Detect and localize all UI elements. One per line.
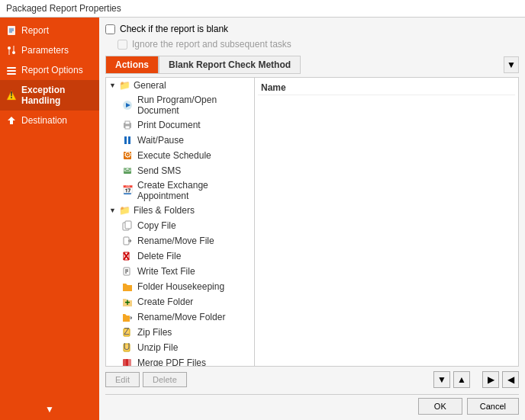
list-item[interactable]: + Create Folder — [106, 294, 254, 309]
list-item[interactable]: Rename/Move File — [106, 233, 254, 248]
content-area: Check if the report is blank Ignore the … — [99, 18, 525, 420]
ok-button[interactable]: OK — [418, 398, 462, 415]
svg-point-4 — [8, 46, 11, 50]
list-item[interactable]: U Unzip File — [106, 340, 254, 355]
list-item[interactable]: Run Program/Open Document — [106, 93, 254, 117]
delete-button[interactable]: Delete — [143, 372, 187, 387]
folder-housekeeping-icon — [121, 281, 134, 293]
list-item[interactable]: Z Zip Files — [106, 325, 254, 340]
edit-delete-group: Edit Delete — [105, 372, 187, 387]
sidebar-item-destination[interactable]: Destination — [0, 111, 99, 130]
list-item[interactable]: ✉ Send SMS — [106, 163, 254, 178]
blank-report-label: Check if the report is blank — [120, 24, 228, 34]
list-item[interactable]: Merge PDF Files — [106, 355, 254, 366]
group-general-label: General — [134, 80, 166, 91]
sidebar: Report Parameters Report Options ! Excep… — [0, 18, 99, 420]
move-right-button[interactable]: ▶ — [482, 371, 499, 388]
dropdown-arrow-icon: ▼ — [507, 59, 516, 70]
title-bar: Packaged Report Properties — [0, 0, 525, 18]
svg-rect-10 — [7, 73, 16, 75]
warning-icon: ! — [6, 90, 17, 101]
print-doc-icon — [121, 119, 134, 131]
zip-files-icon: Z — [121, 326, 134, 338]
delete-file-icon — [121, 250, 134, 262]
tab-actions[interactable]: Actions — [105, 56, 159, 74]
sidebar-item-parameters[interactable]: Parameters — [0, 40, 99, 60]
svg-text:⚙: ⚙ — [124, 150, 132, 160]
list-item[interactable]: Copy File — [106, 218, 254, 233]
group-files-folders-label: Files & Folders — [134, 205, 195, 216]
list-item[interactable]: Rename/Move Folder — [106, 309, 254, 325]
move-up-button[interactable]: ▲ — [453, 371, 470, 388]
ignore-report-checkbox[interactable] — [118, 40, 127, 50]
sidebar-item-report-options[interactable]: Report Options — [0, 60, 99, 80]
sidebar-label-parameters: Parameters — [21, 45, 69, 56]
move-down-button[interactable]: ▼ — [433, 371, 450, 388]
folder-files-icon: 📁 — [119, 205, 130, 216]
svg-point-5 — [12, 51, 15, 54]
options-icon — [6, 65, 17, 75]
svg-text:+: + — [124, 297, 130, 307]
svg-text:✉: ✉ — [124, 165, 131, 175]
wait-pause-icon — [121, 134, 134, 146]
svg-text:U: U — [124, 342, 130, 352]
ignore-report-label: Ignore the report and subsequent tasks — [132, 39, 291, 50]
buttons-row: Edit Delete ▼ ▲ ▶ ◀ — [105, 370, 519, 390]
svg-rect-28 — [124, 237, 129, 245]
checkbox-ignore-report: Ignore the report and subsequent tasks — [118, 39, 519, 50]
parameters-icon — [6, 45, 17, 56]
sidebar-label-exception-handling: Exception Handling — [21, 85, 93, 106]
svg-rect-17 — [125, 126, 130, 129]
title-text: Packaged Report Properties — [6, 3, 121, 14]
list-item[interactable]: Write Text File — [106, 264, 254, 279]
merge-pdf-icon — [121, 357, 134, 366]
sidebar-item-report[interactable]: Report — [0, 21, 99, 40]
list-item[interactable]: 📅 Create Exchange Appointment — [106, 178, 254, 203]
tab-dropdown[interactable]: ▼ — [504, 56, 519, 73]
blank-report-checkbox[interactable] — [105, 24, 115, 34]
down-arrow-icon: ▼ — [437, 374, 446, 385]
create-exchange-icon: 📅 — [121, 184, 134, 197]
folder-general-icon: 📁 — [119, 80, 130, 91]
tabs-row: Actions Blank Report Check Method ▼ — [105, 56, 519, 74]
list-item[interactable]: Delete File — [106, 248, 254, 264]
svg-rect-16 — [125, 121, 130, 124]
list-item[interactable]: Wait/Pause — [106, 133, 254, 148]
expand-files-icon: ▼ — [109, 207, 116, 214]
svg-rect-19 — [128, 136, 130, 144]
bottom-row: OK Cancel — [105, 394, 519, 415]
svg-text:Z: Z — [124, 327, 129, 337]
arrow-buttons-group: ▼ ▲ ▶ ◀ — [433, 371, 519, 388]
right-arrow-icon: ▶ — [488, 374, 494, 385]
expand-general-icon: ▼ — [109, 82, 116, 89]
move-left-button[interactable]: ◀ — [502, 371, 519, 388]
actions-list: ▼ 📁 General Run Program/Open Document Pr… — [106, 78, 255, 366]
execute-schedule-icon: ⚙ — [121, 149, 134, 162]
edit-button[interactable]: Edit — [105, 372, 140, 387]
sidebar-scroll-arrow[interactable]: ▼ — [0, 398, 99, 420]
run-program-icon — [121, 99, 134, 111]
list-item[interactable]: Folder Housekeeping — [106, 279, 254, 294]
report-icon — [6, 25, 17, 36]
list-item[interactable]: Print Document — [106, 117, 254, 133]
sidebar-item-exception-handling[interactable]: ! Exception Handling — [0, 80, 99, 111]
unzip-file-icon: U — [121, 341, 134, 354]
actions-panel: ▼ 📁 General Run Program/Open Document Pr… — [105, 77, 519, 367]
svg-rect-9 — [7, 70, 16, 72]
svg-rect-18 — [124, 136, 127, 144]
cancel-button[interactable]: Cancel — [467, 398, 519, 415]
write-text-icon — [121, 265, 134, 277]
group-files-folders-header: ▼ 📁 Files & Folders — [106, 203, 254, 218]
svg-text:!: ! — [10, 90, 13, 101]
up-arrow-icon: ▲ — [457, 374, 466, 385]
checkbox-blank-report[interactable]: Check if the report is blank — [105, 24, 519, 34]
sidebar-label-destination: Destination — [21, 115, 67, 126]
rename-move-folder-icon — [121, 311, 134, 323]
tab-blank-report-check[interactable]: Blank Report Check Method — [159, 56, 301, 74]
sidebar-label-report-options: Report Options — [21, 65, 83, 75]
list-item[interactable]: ⚙ Execute Schedule — [106, 148, 254, 163]
send-sms-icon: ✉ — [121, 165, 134, 177]
destination-icon — [6, 115, 17, 126]
group-general-header: ▼ 📁 General — [106, 78, 254, 93]
svg-rect-8 — [7, 67, 16, 69]
